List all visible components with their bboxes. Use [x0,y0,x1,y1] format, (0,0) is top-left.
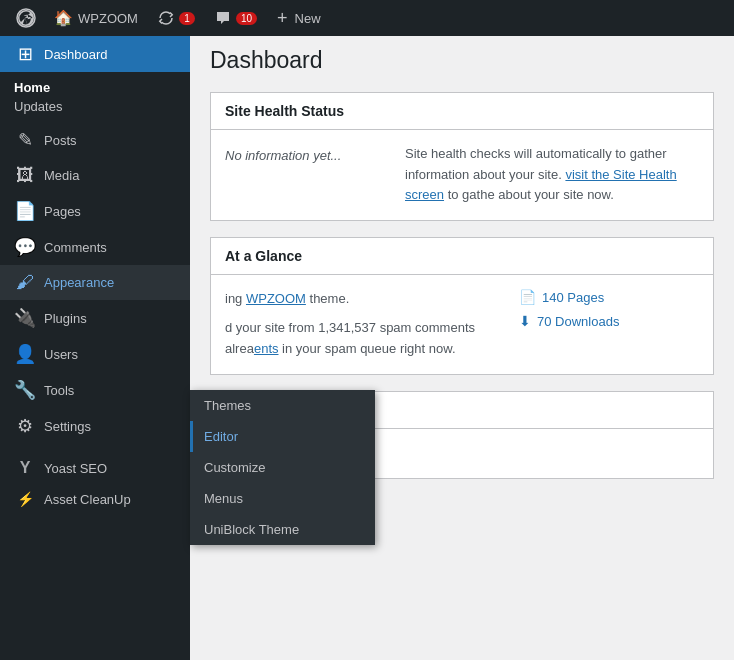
downloads-stat-icon: ⬇ [519,313,531,329]
downloads-stat: ⬇ 70 Downloads [519,313,699,329]
sidebar-tools-label: Tools [44,383,180,398]
sidebar-dashboard-label: Dashboard [44,47,180,62]
admin-bar: 🏠 WPZOOM 1 10 + New [0,0,734,36]
sidebar-item-appearance[interactable]: 🖌 Appearance [0,265,190,300]
at-a-glance-left: ing WPZOOM theme. d your site from 1,341… [225,289,499,359]
wp-wrap: ⊞ Dashboard Home Updates ✎ Posts 🖼 Media… [0,36,734,660]
sidebar-item-yoast[interactable]: Y Yoast SEO [0,452,190,484]
dashboard-icon: ⊞ [14,43,36,65]
admin-menu: ⊞ Dashboard Home Updates ✎ Posts 🖼 Media… [0,36,190,660]
appearance-icon: 🖌 [14,272,36,293]
dropdown-menus[interactable]: Menus [190,483,375,514]
sidebar-appearance-label: Appearance [44,275,180,290]
sidebar-plugins-label: Plugins [44,311,180,326]
main-content: Dashboard Site Health Status No informat… [190,36,734,660]
dropdown-editor[interactable]: Editor [190,421,375,452]
plugins-icon: 🔌 [14,307,36,329]
theme-link[interactable]: WPZOOM [246,291,306,306]
posts-icon: ✎ [14,129,36,151]
site-health-header: Site Health Status [211,93,713,130]
pages-stat: 📄 140 Pages [519,289,699,305]
spam-info: d your site from 1,341,537 spam comments… [225,318,499,360]
at-a-glance-widget: At a Glance ing WPZOOM theme. d your sit… [210,237,714,374]
wordpress-logo[interactable] [8,0,44,36]
appearance-dropdown-menu: Themes Editor Customize Menus UniBlock T… [190,390,375,545]
dropdown-themes[interactable]: Themes [190,390,375,421]
sidebar-item-users[interactable]: 👤 Users [0,336,190,372]
sidebar-media-label: Media [44,168,180,183]
asset-cleanup-icon: ⚡ [14,491,36,507]
site-name-link[interactable]: 🏠 WPZOOM [44,0,148,36]
sidebar-users-label: Users [44,347,180,362]
sidebar-pages-label: Pages [44,204,180,219]
page-title: Dashboard [210,46,714,76]
updates-badge: 1 [179,12,195,25]
pages-icon: 📄 [14,200,36,222]
settings-icon: ⚙ [14,415,36,437]
sidebar-posts-label: Posts [44,133,180,148]
site-health-widget: Site Health Status No information yet...… [210,92,714,221]
comments-badge: 10 [236,12,257,25]
sidebar-item-pages[interactable]: 📄 Pages [0,193,190,229]
site-health-title: Site Health Status [225,103,699,119]
tools-icon: 🔧 [14,379,36,401]
updates-link[interactable]: 1 [148,0,205,36]
sidebar-settings-label: Settings [44,419,180,434]
new-content-link[interactable]: + New [267,0,331,36]
dropdown-uniblock[interactable]: UniBlock Theme [190,514,375,545]
sidebar-item-tools[interactable]: 🔧 Tools [0,372,190,408]
comments-icon: 💬 [14,236,36,258]
site-name: WPZOOM [78,11,138,26]
site-health-body: No information yet... Site health checks… [211,130,713,220]
sidebar-item-comments[interactable]: 💬 Comments [0,229,190,265]
sidebar-comments-label: Comments [44,240,180,255]
pages-count: 140 Pages [542,290,604,305]
sidebar-home-label: Home [0,72,190,97]
sidebar-item-media[interactable]: 🖼 Media [0,158,190,193]
dropdown-customize[interactable]: Customize [190,452,375,483]
sidebar-yoast-label: Yoast SEO [44,461,180,476]
sidebar-item-asset-cleanup[interactable]: ⚡ Asset CleanUp [0,484,190,514]
theme-info: ing WPZOOM theme. [225,289,499,310]
comments-link[interactable]: 10 [205,0,267,36]
media-icon: 🖼 [14,165,36,186]
at-a-glance-body: ing WPZOOM theme. d your site from 1,341… [211,275,713,373]
sidebar-updates-label[interactable]: Updates [0,97,190,122]
sidebar-item-posts[interactable]: ✎ Posts [0,122,190,158]
at-a-glance-header: At a Glance [211,238,713,275]
new-label: New [295,11,321,26]
site-health-content: No information yet... Site health checks… [225,144,699,206]
downloads-count: 70 Downloads [537,314,619,329]
sidebar-asset-cleanup-label: Asset CleanUp [44,492,180,507]
spam-text-after: in your spam queue right now. [279,341,456,356]
theme-text-after: theme. [306,291,349,306]
theme-text-before: ing [225,291,246,306]
at-a-glance-content: ing WPZOOM theme. d your site from 1,341… [225,289,699,359]
spam-link[interactable]: ents [254,341,279,356]
at-a-glance-right: 📄 140 Pages ⬇ 70 Downloads [519,289,699,359]
site-health-description: Site health checks will automatically to… [405,144,699,206]
sidebar-item-settings[interactable]: ⚙ Settings [0,408,190,444]
yoast-icon: Y [14,459,36,477]
at-a-glance-title: At a Glance [225,248,699,264]
sidebar-item-plugins[interactable]: 🔌 Plugins [0,300,190,336]
users-icon: 👤 [14,343,36,365]
sidebar-item-dashboard[interactable]: ⊞ Dashboard [0,36,190,72]
site-health-desc-after: to gathe about your site now. [444,187,614,202]
pages-stat-icon: 📄 [519,289,536,305]
site-health-no-info: No information yet... [225,144,385,163]
